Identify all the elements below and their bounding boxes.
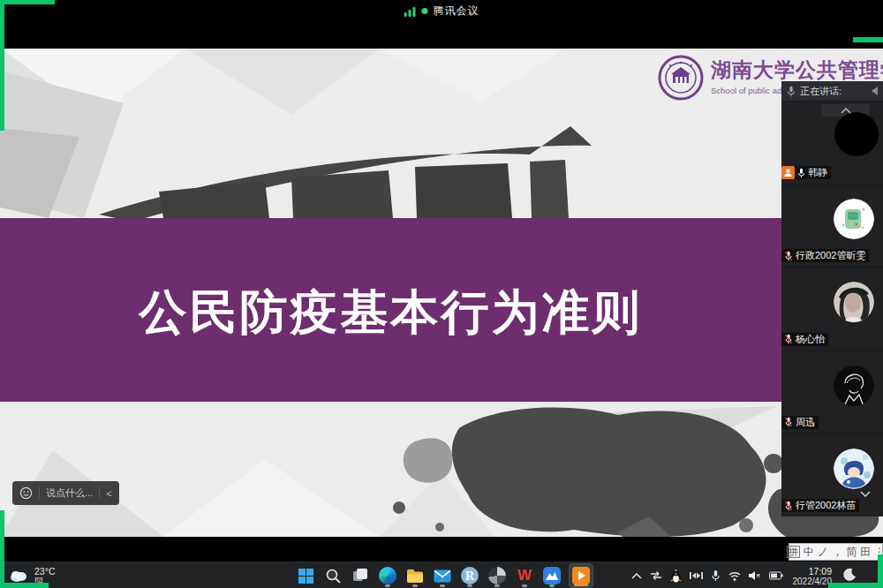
participant-tile[interactable]: 杨心怡: [781, 267, 883, 350]
avatar: [834, 449, 874, 489]
panel-arrow-icon[interactable]: [872, 87, 878, 95]
clock-time: 17:09: [793, 566, 833, 577]
chat-divider: [99, 487, 100, 499]
edge-browser-button[interactable]: [377, 563, 398, 588]
battery-icon[interactable]: [769, 571, 783, 580]
screen: 公民防疫基本行为准则 湖南大学公共管理学院 School of public a…: [0, 0, 883, 588]
file-explorer-button[interactable]: [404, 563, 426, 588]
recording-dot-icon: [422, 8, 428, 14]
ime-shape-icon[interactable]: ノ: [818, 545, 828, 560]
slide-title-text: 公民防疫基本行为准则: [0, 281, 781, 343]
ime-toolbar[interactable]: 拼 中 ノ ， 简 田 ⋮: [789, 543, 883, 561]
edge-icon: [379, 567, 396, 584]
signal-strength-icon: [404, 6, 417, 17]
mic-muted-icon: [784, 501, 793, 511]
presentation-play-icon: [572, 567, 590, 584]
mic-muted-icon: [784, 334, 793, 344]
record-border-icon: [853, 37, 883, 42]
chat-input-bar[interactable]: 说点什么... <: [12, 481, 119, 505]
focus-assist-indicator[interactable]: [843, 568, 857, 582]
system-tray: 17:09 2022/4/20: [631, 562, 833, 588]
mic-muted-icon: [784, 251, 793, 261]
mail-button[interactable]: [432, 563, 453, 588]
chevron-down-icon[interactable]: [860, 491, 871, 497]
speaking-header: 正在讲话:: [781, 81, 883, 101]
chat-divider: [39, 487, 40, 499]
bottom-strip: [0, 537, 883, 562]
collapse-down-control[interactable]: [860, 491, 871, 497]
participants-panel: 正在讲话:: [781, 81, 883, 516]
mic-on-icon: [797, 168, 805, 178]
record-border-icon: [828, 583, 883, 588]
weather-temp: 23°C: [34, 566, 55, 577]
mountain-app-icon: [543, 567, 561, 584]
participant-name: 行管2002林苗: [796, 499, 856, 512]
presentation-app-button[interactable]: [569, 563, 593, 588]
search-icon: [325, 568, 341, 584]
start-button[interactable]: [295, 563, 316, 588]
university-seal-icon: [658, 55, 704, 101]
windows-taskbar: 23°C 阴: [0, 562, 883, 588]
task-view-button[interactable]: [350, 563, 371, 588]
participant-tile[interactable]: 韩静: [781, 101, 883, 184]
network-sync-icon[interactable]: [650, 570, 662, 581]
avatar: [834, 112, 879, 156]
taskbar-apps: R W: [295, 563, 593, 588]
participant-name: 周迅: [796, 416, 815, 429]
qq-penguin-icon[interactable]: [670, 569, 682, 583]
wifi-icon[interactable]: [728, 571, 741, 581]
logo-chinese-name: 湖南大学公共管理学院: [711, 57, 883, 84]
search-button[interactable]: [322, 563, 343, 588]
cloud-docs-button[interactable]: [541, 563, 562, 588]
meeting-top-bar: 腾讯会议: [0, 0, 883, 49]
record-border-icon: [0, 0, 4, 131]
host-badge-icon: [781, 166, 795, 179]
avatar: [834, 199, 874, 239]
emoji-icon[interactable]: [19, 486, 33, 500]
record-border-icon: [0, 583, 49, 588]
participant-tile[interactable]: 行管2002林苗: [781, 433, 883, 516]
hidden-icons-chevron-icon[interactable]: [631, 572, 642, 579]
ime-pinyin-icon[interactable]: 拼: [787, 546, 800, 558]
speaking-mic-icon: [787, 86, 796, 97]
photos-globe-icon: [488, 567, 506, 584]
microphone-tray-icon[interactable]: [711, 569, 721, 582]
meeting-status[interactable]: 腾讯会议: [404, 4, 479, 19]
ime-punct-icon[interactable]: ，: [832, 545, 842, 560]
mic-muted-icon: [784, 417, 793, 427]
photos-app-button[interactable]: [487, 563, 508, 588]
chat-collapse-button[interactable]: <: [106, 488, 111, 499]
task-view-icon: [352, 568, 368, 584]
ime-keyboard-icon[interactable]: 田: [860, 545, 871, 560]
meeting-app-title: 腾讯会议: [434, 4, 479, 19]
wps-office-button[interactable]: W: [514, 563, 535, 588]
wps-icon: W: [517, 568, 532, 584]
windows-logo-icon: [298, 569, 313, 584]
chat-placeholder[interactable]: 说点什么...: [46, 486, 93, 500]
ime-cn-mode-icon[interactable]: 中: [804, 545, 814, 560]
participant-name: 行政2002管昕雯: [796, 249, 865, 262]
folder-icon: [406, 569, 424, 584]
cloud-icon: [9, 569, 28, 583]
moon-icon: [843, 568, 857, 582]
r-app-button[interactable]: R: [459, 563, 480, 588]
clock-date: 2022/4/20: [793, 577, 833, 586]
avatar: [834, 282, 874, 322]
r-app-icon: R: [461, 567, 479, 584]
participant-name: 杨心怡: [796, 333, 825, 346]
volume-muted-icon[interactable]: [749, 570, 761, 581]
media-tray-icon[interactable]: [690, 570, 703, 581]
avatar: [834, 366, 874, 406]
speaking-label: 正在讲话:: [800, 85, 841, 98]
record-border-icon: [0, 0, 55, 4]
ime-simplified-icon[interactable]: 简: [846, 545, 857, 560]
participant-name: 韩静: [808, 166, 827, 179]
taskbar-clock[interactable]: 17:09 2022/4/20: [793, 566, 833, 586]
record-border-icon: [0, 510, 4, 588]
participant-tile[interactable]: 行政2002管昕雯: [781, 184, 883, 267]
participant-tile[interactable]: 周迅: [781, 351, 883, 433]
mail-icon: [434, 569, 451, 583]
